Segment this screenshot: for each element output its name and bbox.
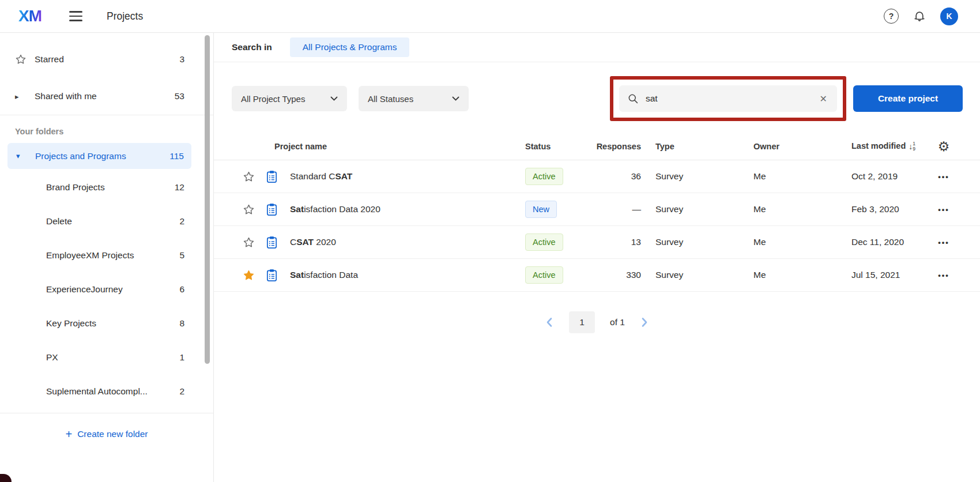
last-modified-value: Oct 2, 2019 — [837, 171, 932, 182]
your-folders-section-label: Your folders — [15, 127, 213, 136]
star-outline-icon[interactable] — [243, 171, 255, 183]
responses-value: 13 — [631, 237, 641, 247]
folder-count: 1 — [179, 352, 184, 363]
sidebar-folder-item[interactable]: Delete2 — [0, 204, 213, 238]
statuses-dropdown[interactable]: All Statuses — [359, 86, 469, 111]
sidebar-folder-item[interactable]: ExperienceJourney6 — [0, 272, 213, 306]
clear-search-icon[interactable]: ✕ — [819, 93, 828, 104]
sidebar-scrollbar[interactable] — [205, 35, 210, 364]
search-in-label: Search in — [232, 42, 272, 52]
type-value: Survey — [641, 237, 739, 247]
row-menu-button[interactable]: ••• — [938, 172, 949, 181]
sidebar-item-label: Shared with me — [35, 91, 175, 101]
sidebar-item-count: 115 — [169, 151, 184, 161]
help-icon[interactable]: ? — [884, 9, 899, 24]
annotation-highlight-box: ✕ — [610, 76, 846, 121]
last-modified-value: Jul 15, 2021 — [837, 270, 932, 280]
project-name-link[interactable]: Standard CSAT — [283, 171, 525, 182]
table-row[interactable]: Satisfaction Data 2020New—SurveyMeFeb 3,… — [214, 193, 980, 226]
sidebar-item-label: Projects and Programs — [35, 151, 169, 161]
pagination: 1 of 1 — [214, 311, 980, 333]
star-outline-icon[interactable] — [243, 236, 255, 248]
star-outline-icon — [15, 54, 35, 65]
last-modified-value: Feb 3, 2020 — [837, 204, 932, 214]
status-cell: Active — [525, 266, 586, 284]
sidebar-folder-item[interactable]: PX1 — [0, 340, 213, 374]
status-badge: Active — [525, 266, 563, 284]
project-name-link[interactable]: Satisfaction Data — [283, 270, 525, 280]
folder-label: Delete — [46, 216, 179, 227]
current-page-indicator[interactable]: 1 — [569, 311, 595, 333]
search-icon — [628, 93, 639, 104]
column-header-status[interactable]: Status — [525, 142, 586, 151]
survey-project-icon — [265, 203, 278, 216]
folder-count: 2 — [179, 386, 184, 397]
star-outline-icon[interactable] — [243, 204, 255, 216]
column-header-owner[interactable]: Owner — [739, 142, 837, 151]
column-header-label: Last modified — [851, 141, 906, 150]
row-menu-button[interactable]: ••• — [938, 271, 949, 280]
survey-project-icon — [265, 269, 278, 282]
project-types-dropdown[interactable]: All Project Types — [232, 86, 347, 111]
sidebar-item-shared-with-me[interactable]: ▸ Shared with me 53 — [0, 78, 213, 115]
sidebar-item-count: 53 — [175, 91, 184, 101]
notifications-bell-icon[interactable] — [913, 9, 926, 23]
page-count-label: of 1 — [610, 317, 625, 327]
responses-value: 330 — [626, 270, 641, 280]
row-menu-button[interactable]: ••• — [938, 205, 949, 214]
sidebar-folder-item[interactable]: Key Projects8 — [0, 306, 213, 340]
sidebar-item-count: 3 — [179, 54, 184, 65]
owner-value: Me — [739, 270, 837, 280]
responses-value: 36 — [631, 171, 641, 182]
table-row[interactable]: Standard CSATActive36SurveyMeOct 2, 2019… — [214, 160, 980, 193]
project-search-field[interactable]: ✕ — [619, 85, 837, 112]
folders-sidebar: Starred 3 ▸ Shared with me 53 Your folde… — [0, 33, 214, 482]
dropdown-label: All Project Types — [241, 94, 305, 104]
sidebar-folder-item[interactable]: Suplemental Autocompl...2 — [0, 374, 213, 408]
scope-chip-all-projects[interactable]: All Projects & Programs — [290, 37, 410, 57]
folder-label: Suplemental Autocompl... — [46, 386, 179, 397]
plus-icon: + — [65, 428, 72, 441]
table-settings-gear-icon[interactable]: ⚙ — [938, 139, 950, 155]
search-input[interactable] — [646, 93, 819, 104]
sidebar-folder-item[interactable]: EmployeeXM Projects5 — [0, 238, 213, 272]
row-menu-button[interactable]: ••• — [938, 238, 949, 247]
sidebar-item-starred[interactable]: Starred 3 — [0, 41, 213, 78]
table-row[interactable]: Satisfaction DataActive330SurveyMeJul 15… — [214, 259, 980, 292]
create-new-folder-button[interactable]: + Create new folder — [0, 413, 213, 455]
user-avatar[interactable]: K — [940, 7, 958, 25]
column-header-last-modified[interactable]: Last modified↓19 — [837, 141, 932, 152]
caret-right-icon[interactable]: ▸ — [15, 92, 35, 101]
sidebar-folder-item[interactable]: Brand Projects12 — [0, 170, 213, 204]
sidebar-divider — [0, 115, 213, 115]
column-header-project-name[interactable]: Project name — [274, 142, 525, 151]
status-cell: Active — [525, 234, 586, 251]
sort-descending-icon[interactable]: ↓19 — [909, 141, 915, 152]
sidebar-item-projects-and-programs[interactable]: ▾ Projects and Programs 115 — [7, 143, 191, 169]
star-filled-icon[interactable] — [243, 269, 255, 281]
status-badge: Active — [525, 168, 563, 186]
create-project-button[interactable]: Create project — [853, 85, 963, 112]
status-cell: New — [525, 201, 586, 219]
previous-page-icon[interactable] — [545, 317, 554, 327]
create-folder-label: Create new folder — [77, 429, 148, 439]
column-header-responses[interactable]: Responses — [597, 142, 641, 151]
column-header-type[interactable]: Type — [641, 142, 739, 151]
folder-label: Brand Projects — [46, 182, 175, 193]
chevron-down-icon — [330, 96, 338, 101]
folder-count: 2 — [179, 216, 184, 227]
dropdown-label: All Statuses — [368, 94, 413, 104]
page-title: Projects — [107, 10, 143, 22]
folder-label: ExperienceJourney — [46, 284, 179, 295]
next-page-icon[interactable] — [640, 317, 649, 327]
caret-down-icon[interactable]: ▾ — [16, 152, 35, 160]
search-scope-row: Search in All Projects & Programs — [214, 33, 980, 62]
table-body: Standard CSATActive36SurveyMeOct 2, 2019… — [214, 160, 980, 292]
folder-list: Brand Projects12Delete2EmployeeXM Projec… — [0, 170, 213, 408]
project-name-link[interactable]: Satisfaction Data 2020 — [283, 204, 525, 214]
filters-row: All Project Types All Statuses ✕ Create … — [214, 85, 980, 112]
top-bar: XM Projects ? K — [0, 0, 980, 33]
table-row[interactable]: CSAT 2020Active13SurveyMeDec 11, 2020••• — [214, 226, 980, 259]
project-name-link[interactable]: CSAT 2020 — [283, 237, 525, 247]
hamburger-menu-icon[interactable] — [69, 11, 82, 21]
